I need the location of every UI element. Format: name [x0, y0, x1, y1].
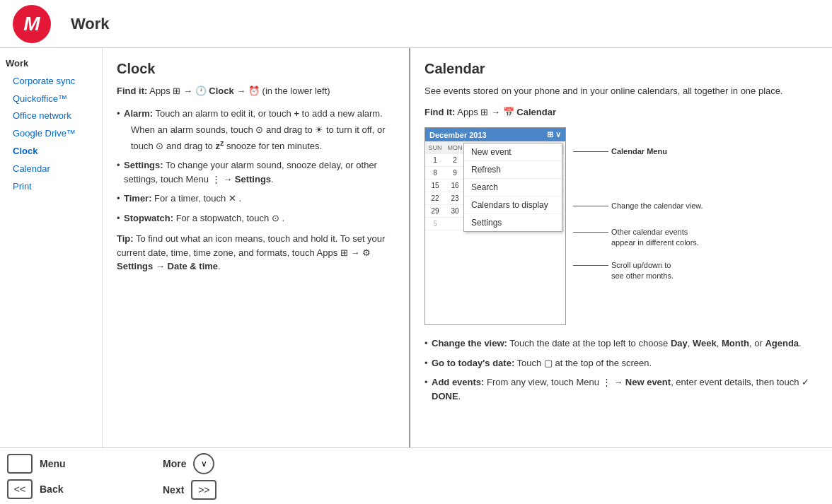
- stopwatch-label: Stopwatch:: [124, 213, 173, 223]
- dropdown-refresh[interactable]: Refresh: [464, 161, 562, 179]
- annotation-change-view-text: Change the calendar view.: [611, 201, 703, 210]
- sidebar: Work Corporate sync Quickoffice™ Office …: [0, 48, 103, 447]
- next-icon: >>: [191, 480, 216, 500]
- calendar-find-it-label: Find it:: [424, 107, 455, 117]
- alarm-label: Alarm:: [124, 108, 153, 119]
- more-label: More: [163, 458, 186, 469]
- alarm-sub-text: When an alarm sounds, touch ⊙ and drag t…: [131, 123, 395, 153]
- clock-bullet-settings: Settings: To change your alarm sound, sn…: [117, 158, 395, 186]
- clock-bullets: Alarm: Touch an alarm to edit it, or tou…: [117, 107, 395, 225]
- logo-area: M: [0, 0, 64, 50]
- annotation-change-view: Change the calendar view.: [573, 201, 757, 210]
- change-view-label: Change the view:: [432, 338, 507, 348]
- menu-button[interactable]: Menu: [7, 454, 120, 474]
- calendar-dropdown-menu: New event Refresh Search Calendars to di…: [463, 143, 562, 232]
- calendar-header-icons: ⊞ ∨: [547, 130, 561, 139]
- clock-find-it-label: Find it:: [117, 86, 147, 96]
- sidebar-item-clock[interactable]: Clock: [0, 143, 102, 160]
- menu-icon: [7, 454, 33, 474]
- dropdown-new-event[interactable]: New event: [464, 143, 562, 161]
- annotation-line-4: [573, 265, 608, 266]
- annotation-line-3: [573, 232, 608, 233]
- more-icon: ∨: [193, 453, 214, 474]
- calendar-bullet-add-events: Add events: From any view, touch Menu ⋮ …: [424, 375, 818, 403]
- calendar-annotations: Calendar Menu Change the calendar view. …: [573, 127, 757, 282]
- day-mon: MON: [445, 141, 465, 154]
- add-events-label: Add events:: [432, 377, 484, 387]
- sidebar-item-calendar[interactable]: Calendar: [0, 160, 102, 178]
- clock-app-icon: 🕐 Clock: [195, 86, 234, 96]
- annotation-scroll-text: Scroll up/down tosee other months.: [611, 260, 674, 282]
- motorola-logo: M: [13, 5, 51, 43]
- more-button[interactable]: More ∨: [163, 453, 216, 474]
- logo-letter: M: [23, 13, 40, 35]
- tip-label: Tip:: [117, 233, 134, 244]
- cal-30: 30: [445, 205, 465, 218]
- sidebar-item-quickoffice[interactable]: Quickoffice™: [0, 90, 102, 108]
- calendar-section: Calendar See events stored on your phone…: [410, 48, 832, 447]
- sidebar-item-corporate-sync[interactable]: Corporate sync: [0, 73, 102, 90]
- clock-title: Clock: [117, 61, 395, 77]
- bottom-nav: Menu << Back More ∨ Next >>: [0, 447, 832, 504]
- calendar-bullet-change-view: Change the view: Touch the date at the t…: [424, 336, 818, 351]
- header: M Work: [0, 0, 832, 48]
- cal-1: 1: [425, 154, 445, 167]
- annotation-other-colors: Other calendar eventsappear in different…: [573, 227, 757, 249]
- cal-6b: [445, 218, 465, 230]
- cal-16: 16: [445, 180, 465, 192]
- day-sun: SUN: [425, 141, 445, 154]
- annotation-line-2: [573, 206, 608, 206]
- sidebar-item-google-drive[interactable]: Google Drive™: [0, 125, 102, 143]
- cal-8: 8: [425, 167, 445, 180]
- annotation-line-1: [573, 151, 608, 152]
- nav-right: More ∨ Next >>: [163, 453, 216, 500]
- cal-2: 2: [445, 154, 465, 167]
- sidebar-item-print[interactable]: Print: [0, 178, 102, 196]
- nav-left: Menu << Back: [7, 454, 120, 499]
- cal-5b: 5: [425, 218, 445, 230]
- content-area: Clock Find it: Apps ⊞ → 🕐 Clock → ⏰ (in …: [103, 48, 832, 447]
- clock-find-it: Find it: Apps ⊞ → 🕐 Clock → ⏰ (in the lo…: [117, 84, 395, 98]
- calendar-title: Calendar: [424, 61, 818, 77]
- settings-label: Settings:: [124, 160, 163, 170]
- annotation-calendar-menu: Calendar Menu: [573, 147, 757, 156]
- calendar-bullets: Change the view: Touch the date at the t…: [424, 336, 818, 403]
- clock-bullet-stopwatch: Stopwatch: For a stopwatch, touch ⊙ .: [117, 211, 395, 225]
- calendar-bullet-goto-today: Go to today's date: Touch ▢ at the top o…: [424, 356, 818, 370]
- cal-22: 22: [425, 192, 445, 205]
- back-label: Back: [40, 484, 63, 495]
- back-button[interactable]: << Back: [7, 479, 120, 499]
- sidebar-item-work[interactable]: Work: [0, 55, 102, 73]
- calendar-header: December 2013 ⊞ ∨: [425, 128, 565, 141]
- goto-today-label: Go to today's date:: [432, 358, 514, 368]
- clock-section: Clock Find it: Apps ⊞ → 🕐 Clock → ⏰ (in …: [103, 48, 410, 447]
- next-label: Next: [163, 484, 184, 496]
- cal-9: 9: [445, 167, 465, 180]
- clock-tip: Tip: To find out what an icon means, tou…: [117, 232, 395, 274]
- timer-label: Timer:: [124, 193, 152, 204]
- annotation-calendar-menu-text: Calendar Menu: [611, 147, 667, 156]
- dropdown-settings[interactable]: Settings: [464, 214, 562, 231]
- annotation-other-colors-text: Other calendar eventsappear in different…: [611, 227, 699, 249]
- menu-label: Menu: [40, 458, 66, 469]
- cal-23: 23: [445, 192, 465, 205]
- annotation-scroll: Scroll up/down tosee other months.: [573, 260, 757, 282]
- dropdown-calendars-display[interactable]: Calendars to display: [464, 197, 562, 214]
- header-title: Work: [71, 15, 110, 33]
- calendar-month-label: December 2013: [429, 131, 487, 139]
- back-icon: <<: [7, 479, 33, 499]
- clock-bullet-timer: Timer: For a timer, touch ✕ .: [117, 192, 395, 206]
- calendar-find-it: Find it: Apps ⊞ → 📅 Calendar: [424, 105, 818, 119]
- cal-29: 29: [425, 205, 445, 218]
- dropdown-search[interactable]: Search: [464, 179, 562, 197]
- cal-15: 15: [425, 180, 445, 192]
- next-button[interactable]: Next >>: [163, 480, 216, 500]
- clock-bullet-alarm: Alarm: Touch an alarm to edit it, or tou…: [117, 107, 395, 153]
- calendar-description: See events stored on your phone and in y…: [424, 84, 818, 98]
- sidebar-item-office-network[interactable]: Office network: [0, 107, 102, 125]
- main-layout: Work Corporate sync Quickoffice™ Office …: [0, 48, 832, 447]
- calendar-widget-area: December 2013 ⊞ ∨ SUN MON TUE WED THU FR…: [424, 127, 818, 325]
